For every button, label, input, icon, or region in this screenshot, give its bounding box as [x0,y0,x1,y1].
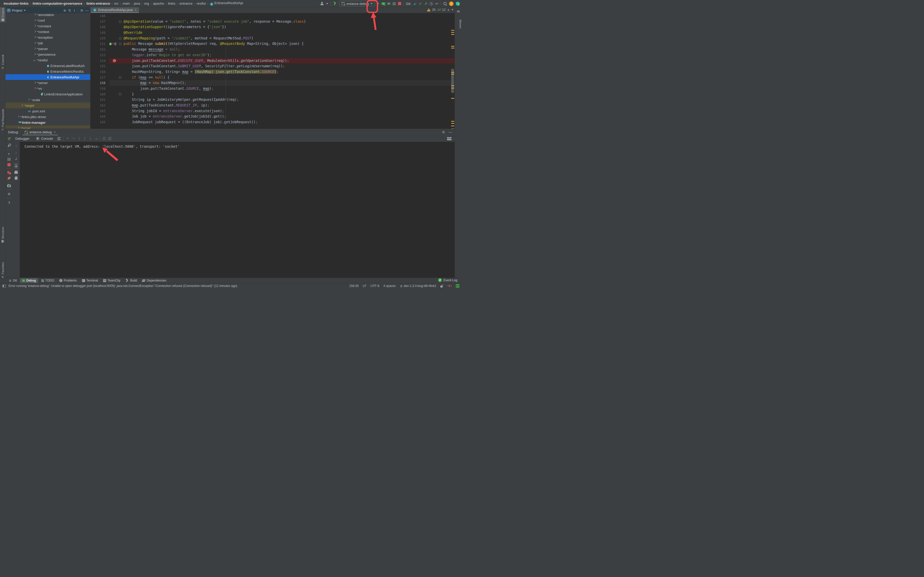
code-line-153[interactable]: 153logger.info("Begin to get an execID")… [90,52,454,58]
chevron-right-icon[interactable] [17,121,19,124]
fold-column[interactable]: − [118,75,122,81]
teamcity-status-icon[interactable]: [T] [456,284,459,288]
line-number[interactable]: 163 [90,108,109,114]
line-number[interactable]: 155 [90,63,109,69]
breadcrumb-item[interactable]: linkis [167,2,176,5]
stop-process-icon[interactable] [8,163,11,166]
run-to-cursor-icon[interactable]: ⇥ [94,137,97,141]
resume-program-icon[interactable] [8,153,10,155]
overrides-icon[interactable]: ↑ [112,41,114,47]
fold-column[interactable] [118,80,122,86]
code-line-157[interactable]: 157−if (map == null) { [90,75,454,81]
step-out-icon[interactable]: ↥ [89,137,92,141]
run-configuration-combo[interactable]: entance-debug [339,1,375,6]
breadcrumb-item[interactable]: org [143,2,150,5]
evaluate-expression-icon[interactable] [103,137,106,140]
toolwindow-teamcity[interactable]: TC TeamCity [101,278,122,283]
gutter[interactable] [109,19,118,24]
warning-stripe-mark[interactable] [451,74,454,74]
code-line-146[interactable]: 146 [90,13,454,19]
gutter[interactable] [109,52,118,58]
debug-settings-gear-icon[interactable]: ⚙ [442,130,445,134]
fold-column[interactable] [118,13,122,19]
editor-tab-entrancerestfulapi[interactable]: C EntranceRestfulApi.java × [90,7,139,13]
git-commit-icon[interactable]: ✓ [419,2,422,6]
gutter[interactable] [109,47,118,52]
run-with-teamcity-button[interactable]: TC [393,2,396,5]
fold-column[interactable] [118,108,122,114]
debug-button[interactable] [382,2,385,5]
breadcrumb-item[interactable]: src [113,2,119,5]
line-number[interactable]: 162 [90,103,109,108]
gutter[interactable]: I↑@ [109,41,118,47]
warning-stripe-mark[interactable] [451,46,454,47]
warning-stripe-mark[interactable] [451,88,454,89]
tree-item-entrancemetricrestful-[interactable]: CEntranceMetricRestful. [5,69,90,74]
stop-button[interactable] [398,2,401,5]
tree-item-target[interactable]: target [5,103,90,108]
code-line-164[interactable]: 164Job job = entranceServer.getJob(jobId… [90,114,454,119]
code-line-154[interactable]: 154json.put(TaskConstant.EXECUTE_USER, M… [90,58,454,64]
rerun-icon[interactable]: ↻ [7,137,11,140]
inspections-widget[interactable]: 29 ✓✓ 12 ▲ ▼ [427,8,454,11]
line-number[interactable]: 147 [90,19,109,24]
warning-stripe-mark[interactable] [451,30,454,31]
toolwindow-debug[interactable]: Debug [20,278,38,283]
sort-layout-icon[interactable] [58,137,61,140]
chevron-right-icon[interactable] [17,116,19,118]
line-number[interactable]: 161 [90,97,109,103]
fold-column[interactable] [118,30,122,35]
tree-item-linkis-jdbc-driver[interactable]: linkis-jdbc-driver [5,114,90,119]
chevron-right-icon[interactable] [33,87,36,90]
clear-all-icon[interactable] [15,177,18,180]
line-number[interactable]: 164 [90,114,109,119]
line-ending[interactable]: LF [363,284,366,288]
sidebar-item-pull-requests[interactable]: Pull Requests ↱ [0,108,5,132]
warning-stripe-mark[interactable] [451,32,454,33]
maven-icon[interactable]: m [455,9,462,13]
code-line-159[interactable]: 159json.put(TaskConstant.SOURCE, map); [90,86,454,92]
code-line-161[interactable]: 161String ip = JobHistoryHelper.getReque… [90,97,454,103]
close-tab-icon[interactable]: × [135,8,136,12]
fold-column[interactable]: − [118,35,122,41]
line-number[interactable]: 150 [90,35,109,41]
chevron-right-icon[interactable] [33,36,36,39]
tab-debugger[interactable]: Debugger [13,136,32,141]
debug-session-tab[interactable]: entance-debug × [23,129,58,135]
fold-column[interactable] [118,103,122,108]
gutter[interactable] [109,58,118,64]
gutter[interactable] [109,80,118,86]
search-everywhere-icon[interactable] [443,2,447,5]
line-number[interactable]: 157 [90,75,109,81]
tree-item-exception[interactable]: exception [5,35,90,40]
line-number[interactable]: 154 [90,58,109,64]
line-number[interactable]: 158 [90,80,109,86]
tree-item-annotation[interactable]: annotation [5,12,90,18]
code-line-147[interactable]: 147−@ApiOperation(value = "submit", note… [90,19,454,24]
warning-stripe-mark[interactable] [451,34,454,35]
gutter[interactable] [109,35,118,41]
chevron-right-icon[interactable] [33,31,36,33]
update-available-icon[interactable]: ↑ [449,2,454,6]
code-line-165[interactable]: 165JobRequest jobRequest = ((EntranceJob… [90,119,454,125]
implementing-method-icon[interactable]: I [109,42,112,45]
sidebar-item-structure[interactable]: Structure [0,226,5,243]
fold-marker-icon[interactable]: − [119,20,121,23]
readonly-lock-icon[interactable] [440,286,443,287]
warning-stripe-mark[interactable] [451,121,454,122]
line-number[interactable]: 149 [90,30,109,35]
gutter[interactable] [109,103,118,108]
gutter[interactable] [109,86,118,92]
rollback-icon[interactable]: ↩ [435,2,438,6]
up-stack-icon[interactable]: ↑ [15,144,17,148]
sidebar-item-project[interactable]: Project [0,7,5,22]
hide-debug-panel-icon[interactable]: — [449,130,452,134]
tree-item-entrancerestfulapi[interactable]: CEntranceRestfulApi [5,74,90,80]
fold-column[interactable] [118,97,122,103]
tree-item-job[interactable]: job [5,40,90,46]
sidebar-item-maven[interactable]: Maven [455,15,462,33]
code-line-151[interactable]: 151I↑@−public Message submit(HttpServlet… [90,41,454,47]
prev-issue-icon[interactable]: ▲ [447,8,450,11]
tree-item-pom-xml[interactable]: mpom.xml [5,108,90,114]
tree-item-persistence[interactable]: persistence [5,52,90,57]
